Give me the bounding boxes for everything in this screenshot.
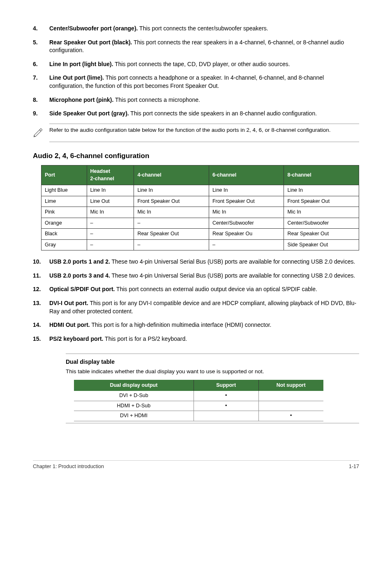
table-cell: Line In <box>284 185 359 196</box>
dual-display-block: Dual display table This table indicates … <box>66 354 359 423</box>
item-text: Side Speaker Out port (gray). This port … <box>49 110 359 118</box>
item-number: 14. <box>33 321 49 329</box>
item-text: Line Out port (lime). This port connects… <box>49 74 359 90</box>
item-text: HDMI Out port. This port is for a high-d… <box>49 321 359 329</box>
table-cell: Line In <box>209 185 284 196</box>
divider <box>49 124 359 124</box>
item-number: 15. <box>33 335 49 343</box>
item-title: USB 2.0 ports 3 and 4. <box>49 272 110 279</box>
pencil-note-icon <box>33 126 49 140</box>
divider <box>49 142 359 142</box>
item-number: 7. <box>33 74 49 90</box>
item-title: Side Speaker Out port (gray). <box>49 110 129 117</box>
note-block: Refer to the audio configuration table b… <box>33 126 359 140</box>
col-4ch: 4-channel <box>134 165 209 185</box>
table-cell: Rear Speaker Ou <box>209 229 284 240</box>
dual-display-title: Dual display table <box>66 358 359 366</box>
list-item: 14.HDMI Out port. This port is for a hig… <box>33 321 359 329</box>
table-cell <box>258 401 323 411</box>
list-item: 11.USB 2.0 ports 3 and 4. These two 4-pi… <box>33 272 359 280</box>
col-support: Support <box>194 380 258 391</box>
item-title: Line In port (light blue). <box>49 61 113 67</box>
table-cell: • <box>194 401 258 411</box>
table-cell: Side Speaker Out <box>284 239 359 250</box>
item-title: DVI-I Out port. <box>49 300 88 306</box>
col-headset: Headset 2-channel <box>87 165 134 185</box>
item-title: Optical S/PDIF Out port. <box>49 286 115 292</box>
col-port: Port <box>42 165 87 185</box>
item-number: 12. <box>33 285 49 294</box>
col-6ch: 6-channel <box>209 165 284 185</box>
item-title: PS/2 keyboard port. <box>49 335 103 342</box>
table-row: Black–Rear Speaker OutRear Speaker OuRea… <box>42 229 359 240</box>
table-cell: Line In <box>134 185 209 196</box>
table-cell: Orange <box>42 218 87 229</box>
table-cell: • <box>194 391 258 401</box>
col-8ch: 8-channel <box>284 165 359 185</box>
item-text: Microphone port (pink). This port connec… <box>49 96 359 104</box>
table-cell: Front Speaker Out <box>134 196 209 207</box>
table-cell: Front Speaker Out <box>209 196 284 207</box>
table-cell: Mic In <box>87 207 134 218</box>
list-item: 12.Optical S/PDIF Out port. This port co… <box>33 285 359 294</box>
item-number: 4. <box>33 25 49 33</box>
table-cell: Center/Subwoofer <box>209 218 284 229</box>
table-cell: HDMI + D-Sub <box>74 401 194 411</box>
list-item: 15.PS/2 keyboard port. This port is for … <box>33 335 359 343</box>
dual-display-table: Dual display output Support Not support … <box>74 380 323 421</box>
item-title: Microphone port (pink). <box>49 96 113 103</box>
list-item: 4.Center/Subwoofer port (orange). This p… <box>33 25 359 33</box>
table-cell: – <box>87 239 134 250</box>
table-cell: Rear Speaker Out <box>284 229 359 240</box>
item-number: 11. <box>33 272 49 280</box>
table-row: LimeLine OutFront Speaker OutFront Speak… <box>42 196 359 207</box>
list-item: 10.USB 2.0 ports 1 and 2. These two 4-pi… <box>33 258 359 266</box>
dual-display-desc: This table indicates whether the dual di… <box>66 368 359 376</box>
bottom-list: 10.USB 2.0 ports 1 and 2. These two 4-pi… <box>33 258 359 343</box>
table-cell: Center/Subwoofer <box>284 218 359 229</box>
table-row: HDMI + D-Sub• <box>74 401 323 411</box>
note-text: Refer to the audio configuration table b… <box>49 126 359 134</box>
col-not-support: Not support <box>258 380 323 391</box>
table-cell: Mic In <box>134 207 209 218</box>
table-cell: – <box>134 239 209 250</box>
table-cell: Front Speaker Out <box>284 196 359 207</box>
item-text: Line In port (light blue). This port con… <box>49 60 359 69</box>
page-footer: Chapter 1: Product introduction 1-17 <box>33 460 359 471</box>
table-cell: – <box>87 229 134 240</box>
footer-chapter: Chapter 1: Product introduction <box>33 463 104 471</box>
table-cell: Rear Speaker Out <box>134 229 209 240</box>
list-item: 7.Line Out port (lime). This port connec… <box>33 74 359 90</box>
item-text: USB 2.0 ports 1 and 2. These two 4-pin U… <box>49 258 359 266</box>
table-cell: Gray <box>42 239 87 250</box>
item-number: 10. <box>33 258 49 266</box>
table-cell <box>258 391 323 401</box>
table-row: DVI + HDMI• <box>74 411 323 421</box>
list-item: 6.Line In port (light blue). This port c… <box>33 60 359 69</box>
item-text: PS/2 keyboard port. This port is for a P… <box>49 335 359 343</box>
table-cell: DVI + D-Sub <box>74 391 194 401</box>
item-title: USB 2.0 ports 1 and 2. <box>49 258 110 265</box>
item-number: 5. <box>33 39 49 55</box>
table-cell: Line In <box>87 185 134 196</box>
item-text: DVI-I Out port. This port is for any DVI… <box>49 299 359 315</box>
table-cell: DVI + HDMI <box>74 411 194 421</box>
table-cell: Line Out <box>87 196 134 207</box>
table-row: Light BlueLine InLine InLine InLine In <box>42 185 359 196</box>
list-item: 8.Microphone port (pink). This port conn… <box>33 96 359 104</box>
item-title: Center/Subwoofer port (orange). <box>49 25 138 32</box>
audio-config-table: Port Headset 2-channel 4-channel 6-chann… <box>41 165 359 250</box>
table-row: PinkMic InMic InMic InMic In <box>42 207 359 218</box>
top-list: 4.Center/Subwoofer port (orange). This p… <box>33 25 359 118</box>
list-item: 9.Side Speaker Out port (gray). This por… <box>33 110 359 118</box>
list-item: 13.DVI-I Out port. This port is for any … <box>33 299 359 315</box>
item-text: Optical S/PDIF Out port. This port conne… <box>49 285 359 294</box>
footer-page-number: 1-17 <box>349 463 359 471</box>
divider <box>66 423 359 423</box>
table-row: Gray–––Side Speaker Out <box>42 239 359 250</box>
table-cell <box>194 411 258 421</box>
item-text: Rear Speaker Out port (black). This port… <box>49 39 359 55</box>
col-headset-l2: 2-channel <box>90 176 114 181</box>
table-cell: • <box>258 411 323 421</box>
item-number: 9. <box>33 110 49 118</box>
